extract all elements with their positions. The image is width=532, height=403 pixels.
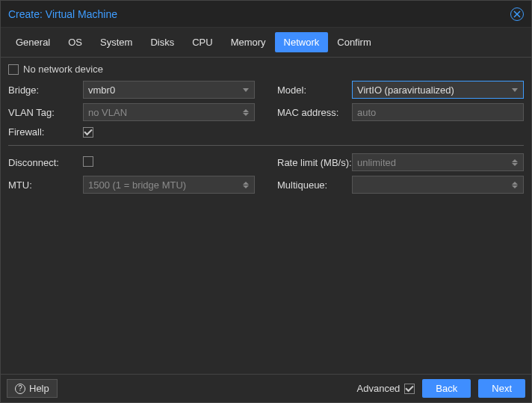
tab-confirm[interactable]: Confirm — [328, 32, 380, 52]
titlebar: Create: Virtual Machine — [1, 1, 531, 28]
tab-memory[interactable]: Memory — [222, 32, 275, 52]
close-icon[interactable] — [510, 7, 524, 21]
tab-system[interactable]: System — [91, 32, 141, 52]
vlan-placeholder: no VLAN — [88, 107, 127, 118]
mtu-field[interactable]: 1500 (1 = bridge MTU) — [83, 176, 255, 194]
mac-field[interactable]: auto — [352, 103, 524, 121]
no-network-checkbox[interactable] — [8, 64, 19, 75]
multiqueue-field[interactable] — [352, 176, 524, 194]
tab-network[interactable]: Network — [275, 32, 329, 52]
fields-grid-top: Bridge: vmbr0 Model: VirtIO (paravirtual… — [8, 81, 524, 138]
divider — [8, 145, 524, 146]
firewall-label: Firewall: — [8, 126, 83, 138]
model-label: Model: — [277, 84, 352, 96]
help-icon: ? — [15, 384, 25, 394]
tab-bar: General OS System Disks CPU Memory Netwo… — [1, 28, 531, 58]
advanced-toggle[interactable]: Advanced — [357, 383, 415, 394]
mac-label: MAC address: — [277, 107, 352, 118]
mac-placeholder: auto — [357, 107, 376, 118]
firewall-cell — [83, 126, 255, 138]
advanced-label: Advanced — [357, 383, 400, 394]
advanced-checkbox[interactable] — [404, 384, 415, 394]
no-network-row: No network device — [8, 64, 524, 75]
create-vm-dialog: Create: Virtual Machine General OS Syste… — [0, 0, 532, 403]
model-field[interactable]: VirtIO (paravirtualized) — [352, 81, 524, 99]
footer: ? Help Advanced Back Next — [1, 374, 531, 402]
firewall-checkbox[interactable] — [83, 127, 93, 138]
help-button[interactable]: ? Help — [7, 379, 58, 398]
mtu-label: MTU: — [8, 179, 83, 191]
tab-general[interactable]: General — [7, 32, 59, 52]
disconnect-cell — [83, 156, 255, 169]
disconnect-checkbox[interactable] — [83, 156, 93, 167]
footer-right: Advanced Back Next — [357, 379, 525, 398]
back-button[interactable]: Back — [422, 379, 471, 398]
tab-cpu[interactable]: CPU — [183, 32, 221, 52]
multiqueue-label: Multiqueue: — [277, 179, 352, 191]
vlan-label: VLAN Tag: — [8, 107, 83, 118]
rate-label: Rate limit (MB/s): — [277, 157, 352, 168]
disconnect-label: Disconnect: — [8, 157, 83, 168]
spinner-icon — [511, 159, 519, 166]
spinner-icon — [242, 109, 250, 116]
bridge-value: vmbr0 — [88, 84, 115, 96]
spinner-icon — [511, 182, 519, 188]
tab-disks[interactable]: Disks — [141, 32, 183, 52]
dialog-body: No network device Bridge: vmbr0 Model: V… — [1, 58, 531, 374]
next-button[interactable]: Next — [478, 379, 525, 398]
chevron-down-icon — [511, 88, 519, 92]
mtu-placeholder: 1500 (1 = bridge MTU) — [88, 179, 186, 191]
help-label: Help — [29, 383, 49, 394]
no-network-label: No network device — [23, 64, 103, 75]
fields-grid-bottom: Disconnect: Rate limit (MB/s): unlimited… — [8, 153, 524, 194]
rate-field[interactable]: unlimited — [352, 153, 524, 171]
vlan-field[interactable]: no VLAN — [83, 103, 255, 121]
rate-placeholder: unlimited — [357, 157, 396, 168]
tab-os[interactable]: OS — [59, 32, 91, 52]
model-value: VirtIO (paravirtualized) — [357, 84, 454, 96]
chevron-down-icon — [242, 88, 250, 92]
dialog-title: Create: Virtual Machine — [8, 8, 117, 20]
bridge-field[interactable]: vmbr0 — [83, 81, 255, 99]
bridge-label: Bridge: — [8, 84, 83, 96]
spinner-icon — [242, 182, 250, 188]
